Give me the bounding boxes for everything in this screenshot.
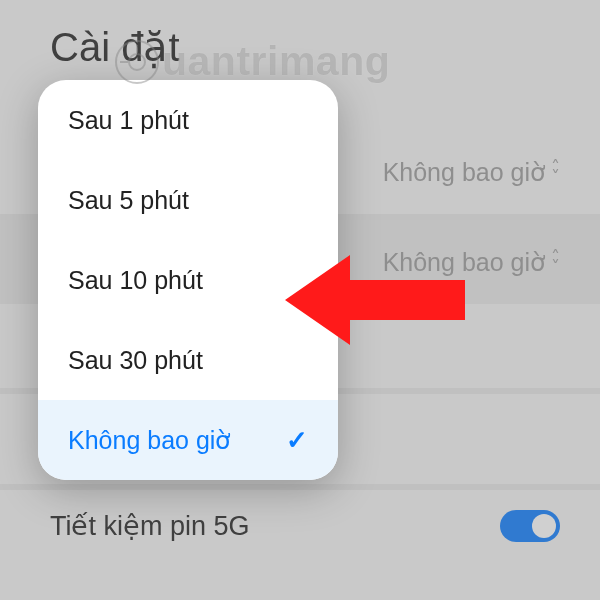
menu-item-1min[interactable]: Sau 1 phút <box>38 80 338 160</box>
menu-item-5min[interactable]: Sau 5 phút <box>38 160 338 240</box>
setting-label-5g: Tiết kiệm pin 5G <box>50 510 500 542</box>
menu-item-label: Sau 30 phút <box>68 346 203 375</box>
dropdown-menu: Sau 1 phút Sau 5 phút Sau 10 phút Sau 30… <box>38 80 338 480</box>
setting-value: Không bao giờ <box>383 158 545 187</box>
setting-row-5g[interactable]: Tiết kiệm pin 5G <box>0 490 600 542</box>
chevron-updown-icon: ˄˅ <box>551 252 560 272</box>
menu-item-10min[interactable]: Sau 10 phút <box>38 240 338 320</box>
check-icon: ✓ <box>286 425 308 456</box>
menu-item-label: Sau 10 phút <box>68 266 203 295</box>
menu-item-label: Sau 5 phút <box>68 186 189 215</box>
toggle-switch[interactable] <box>500 510 560 542</box>
menu-item-never[interactable]: Không bao giờ ✓ <box>38 400 338 480</box>
menu-item-label: Sau 1 phút <box>68 106 189 135</box>
chevron-updown-icon: ˄˅ <box>551 162 560 182</box>
menu-item-30min[interactable]: Sau 30 phút <box>38 320 338 400</box>
setting-value-2: Không bao giờ <box>383 248 545 277</box>
menu-item-label: Không bao giờ <box>68 426 230 455</box>
page-title: Cài đặt <box>0 0 600 80</box>
